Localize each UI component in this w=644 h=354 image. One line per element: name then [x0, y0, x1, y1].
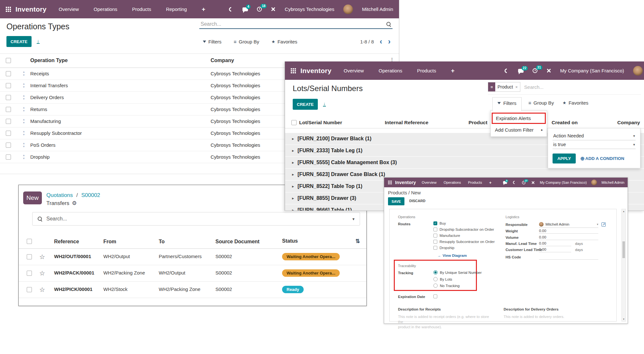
activities-clock-icon[interactable]: 27 [522, 181, 526, 184]
route-option-resupply-subcontractor[interactable]: Resupply Subcontractor on Order [433, 240, 495, 244]
gear-icon[interactable]: ⚙ [72, 200, 77, 207]
select-all-checkbox[interactable] [27, 239, 32, 244]
menu-operations[interactable]: Operations [94, 6, 117, 12]
messages-icon[interactable]: 4 [242, 7, 248, 11]
group-by-button[interactable]: ≡ Group By [528, 100, 554, 106]
search-placeholder[interactable]: Search... [524, 84, 544, 90]
create-button[interactable]: CREATE [6, 36, 32, 47]
table-row[interactable]: ☆ WH2/PICK/00001 WH2/Stock WH2/Packing Z… [19, 282, 366, 298]
group-by-button[interactable]: ≡Group By [234, 39, 259, 44]
checkbox[interactable] [433, 246, 437, 250]
view-diagram-link[interactable]: → View Diagram [437, 254, 467, 257]
drag-handle-icon[interactable]: ▲▼ [23, 94, 25, 101]
drag-handle-icon[interactable]: ▲▼ [23, 154, 25, 160]
row-checkbox[interactable] [6, 83, 11, 88]
checkbox[interactable] [433, 228, 437, 231]
drag-handle-icon[interactable]: ▲▼ [23, 118, 25, 125]
filter-field-select[interactable]: Action Needed ▾ [553, 132, 636, 140]
drag-handle-icon[interactable]: ▲▼ [23, 106, 25, 113]
scroll-up-icon[interactable]: ▴ [622, 210, 626, 213]
export-download-icon[interactable]: ↓ [37, 39, 40, 44]
favorites-button[interactable]: ★Favorites [271, 39, 297, 44]
column-created-on[interactable]: Created on [552, 120, 578, 126]
user-menu[interactable]: Mitchell Admin [362, 6, 393, 12]
apply-button[interactable]: APPLY [553, 154, 576, 163]
plus-menu[interactable]: + [489, 180, 492, 185]
table-row[interactable]: ☆ WH2/PACK/00001 WH2/Packing Zone WH2/Ou… [19, 265, 366, 282]
debug-tools-icon[interactable] [546, 68, 551, 73]
radio[interactable] [433, 277, 438, 281]
row-checkbox[interactable] [6, 131, 11, 136]
radio[interactable] [433, 284, 438, 288]
menu-overview[interactable]: Overview [344, 68, 364, 73]
messages-icon[interactable]: 22 [518, 69, 524, 73]
debug-tools-icon[interactable] [271, 7, 276, 12]
description-receipts-textarea[interactable]: This note is added to receipt orders (e.… [398, 314, 495, 330]
debug-tools-icon[interactable] [531, 181, 535, 184]
company-switcher[interactable]: My Company (San Francisco) [540, 181, 587, 184]
favorite-star-icon[interactable]: ☆ [39, 286, 45, 293]
menu-overview[interactable]: Overview [59, 6, 79, 12]
row-checkbox[interactable] [27, 271, 32, 276]
column-source-document[interactable]: Source Document [215, 239, 260, 245]
add-custom-filter-item[interactable]: Add Custom Filter ▸ [491, 124, 547, 134]
column-company[interactable]: Company [211, 58, 234, 63]
column-reference[interactable]: Reference [54, 239, 79, 245]
search-input[interactable] [201, 21, 383, 27]
volume-field[interactable]: 0.00 [539, 235, 598, 240]
scroll-down-icon[interactable]: ▾ [622, 318, 626, 321]
drag-handle-icon[interactable]: ▲▼ [23, 82, 25, 89]
menu-operations[interactable]: Operations [444, 181, 461, 184]
drag-handle-icon[interactable]: ▲▼ [23, 142, 25, 148]
scrollbar-thumb[interactable] [622, 241, 625, 258]
drag-handle-icon[interactable]: ▲▼ [23, 70, 25, 77]
row-checkbox[interactable] [27, 287, 32, 292]
menu-products[interactable]: Products [417, 68, 436, 73]
messages-icon[interactable]: 5 [503, 181, 507, 184]
optional-columns-icon[interactable]: ⇅ [355, 238, 360, 245]
plus-menu[interactable]: + [202, 6, 205, 13]
column-status[interactable]: Status [282, 238, 298, 244]
export-download-icon[interactable]: ↓ [323, 101, 326, 107]
search-icon[interactable] [38, 217, 43, 221]
select-all-checkbox[interactable] [291, 120, 297, 125]
favorite-star-icon[interactable]: ☆ [39, 253, 45, 261]
app-title[interactable]: Inventory [395, 180, 416, 185]
column-product[interactable]: Product [469, 120, 488, 126]
select-all-checkbox[interactable] [6, 58, 11, 63]
menu-products[interactable]: Products [132, 6, 151, 12]
tracking-option-serial[interactable]: By Unique Serial Number [433, 270, 482, 275]
row-checkbox[interactable] [6, 119, 11, 124]
favorite-star-icon[interactable]: ☆ [39, 269, 45, 277]
user-avatar[interactable] [343, 5, 353, 14]
activities-clock-icon[interactable]: 31 [533, 68, 537, 73]
pager-next-button[interactable]: › [388, 38, 391, 45]
app-title[interactable]: Inventory [15, 5, 46, 13]
row-checkbox[interactable] [6, 95, 11, 100]
column-company[interactable]: Company [617, 120, 640, 126]
row-checkbox[interactable] [6, 154, 11, 160]
phone-icon[interactable] [513, 181, 516, 184]
favorites-button[interactable]: ★ Favorites [563, 100, 588, 106]
checkbox[interactable] [433, 234, 437, 238]
user-menu[interactable]: Mitchell Admin [601, 181, 624, 184]
row-checkbox[interactable] [6, 71, 11, 76]
apps-menu-icon[interactable] [6, 7, 11, 12]
expiration-date-checkbox[interactable] [433, 294, 437, 298]
phone-icon[interactable] [229, 7, 233, 12]
column-to[interactable]: To [159, 239, 165, 245]
pager-prev-button[interactable]: ‹ [380, 38, 382, 45]
column-lot-serial[interactable]: Lot/Serial Number [299, 120, 342, 126]
tracking-option-none[interactable]: No Tracking [433, 284, 459, 288]
add-condition-button[interactable]: ⊕ ADD A CONDITION [580, 155, 624, 162]
breadcrumb[interactable]: Products / New [388, 190, 421, 195]
manuf-lead-time-field[interactable]: 0.00 [539, 241, 571, 246]
menu-products[interactable]: Products [468, 181, 482, 184]
route-option-manufacture[interactable]: Manufacture [433, 234, 460, 238]
breadcrumb-s00002-link[interactable]: S00002 [81, 192, 100, 198]
company-switcher[interactable]: Cybrosys Technologies [285, 6, 334, 12]
row-checkbox[interactable] [6, 143, 11, 148]
column-operation-type[interactable]: Operation Type [30, 58, 68, 63]
facet-remove-icon[interactable]: × [515, 85, 520, 89]
table-row[interactable]: ☆ WH2/OUT/00001 WH2/Output Partners/Cust… [19, 249, 366, 265]
